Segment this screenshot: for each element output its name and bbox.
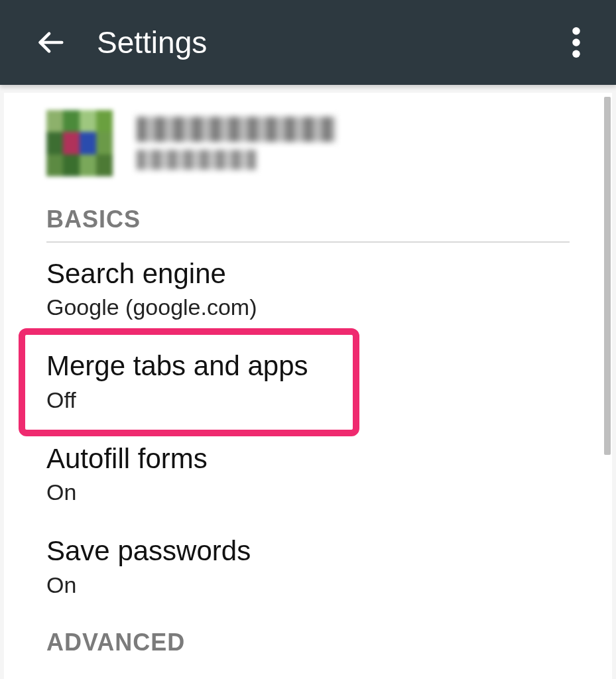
setting-value: On: [46, 572, 570, 598]
setting-title: Search engine: [46, 257, 570, 290]
setting-value: Google (google.com): [46, 294, 570, 320]
avatar: [46, 110, 113, 176]
svg-point-3: [572, 50, 580, 58]
more-vert-icon: [572, 27, 580, 58]
setting-title: Autofill forms: [46, 442, 570, 475]
account-row[interactable]: [4, 93, 612, 190]
app-bar: Settings: [0, 0, 616, 85]
setting-title: Merge tabs and apps: [46, 349, 570, 383]
svg-point-2: [572, 38, 580, 46]
setting-value: On: [46, 479, 570, 505]
setting-save-passwords[interactable]: Save passwords On: [4, 520, 612, 612]
section-header-advanced: ADVANCED: [4, 613, 612, 664]
settings-scroll[interactable]: BASICS Search engine Google (google.com)…: [4, 93, 612, 679]
svg-point-1: [572, 27, 580, 35]
setting-autofill-forms[interactable]: Autofill forms On: [4, 428, 612, 520]
setting-value: Off: [46, 387, 570, 413]
setting-title: Save passwords: [46, 534, 570, 568]
setting-search-engine[interactable]: Search engine Google (google.com): [4, 243, 612, 335]
account-name-redacted: [137, 117, 336, 142]
back-button[interactable]: [32, 24, 69, 61]
setting-merge-tabs-apps[interactable]: Merge tabs and apps Off: [4, 335, 612, 427]
overflow-menu-button[interactable]: [558, 24, 595, 61]
page-title: Settings: [97, 25, 558, 60]
arrow-back-icon: [35, 27, 66, 58]
section-header-basics: BASICS: [4, 190, 612, 241]
account-text: [137, 117, 336, 170]
scrollbar-thumb[interactable]: [604, 97, 611, 455]
account-email-redacted: [137, 150, 256, 170]
content-area: BASICS Search engine Google (google.com)…: [0, 85, 616, 679]
